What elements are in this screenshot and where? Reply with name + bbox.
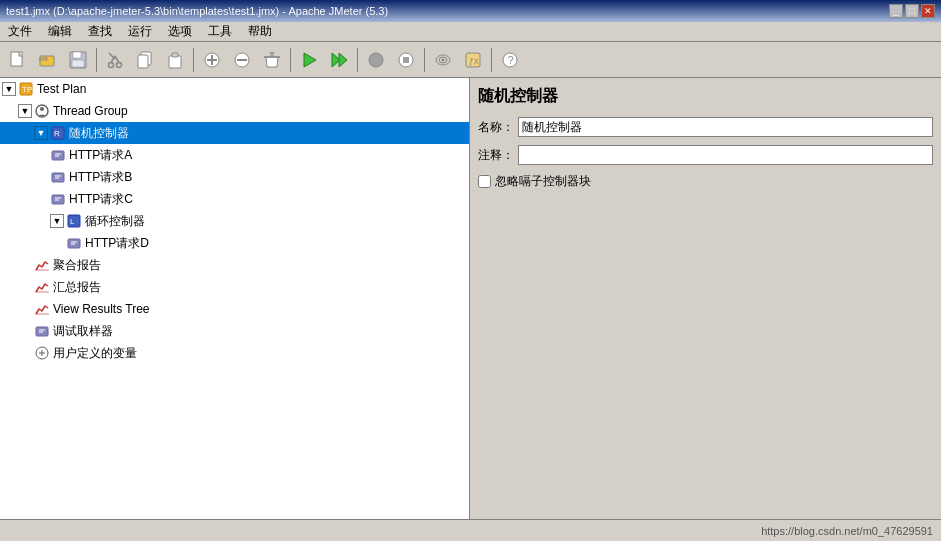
tree-item-aggregate[interactable]: 聚合报告 <box>0 254 469 276</box>
right-panel: 随机控制器 名称： 注释： 忽略嗝子控制器块 <box>470 78 941 519</box>
status-bar: https://blog.csdn.net/m0_47629591 <box>0 519 941 541</box>
svg-rect-13 <box>169 56 181 68</box>
icon-loopcontroller: L <box>66 213 82 229</box>
tree-item-loopcontroller[interactable]: ▼ L 循环控制器 <box>0 210 469 232</box>
tree-item-http-a[interactable]: HTTP请求A <box>0 144 469 166</box>
svg-text:?: ? <box>508 54 514 66</box>
icon-summary <box>34 279 50 295</box>
separator-4 <box>357 48 358 72</box>
svg-text:L: L <box>70 217 75 226</box>
svg-rect-5 <box>72 60 84 67</box>
http-d-label: HTTP请求D <box>85 235 149 252</box>
main-content: ▼ TP Test Plan ▼ Thread Group ▼ R 随机控制器 <box>0 78 941 519</box>
icon-debugsampler <box>34 323 50 339</box>
save-button[interactable] <box>64 46 92 74</box>
maximize-button[interactable]: □ <box>905 4 919 18</box>
stop-button[interactable] <box>362 46 390 74</box>
tree-item-http-d[interactable]: HTTP请求D <box>0 232 469 254</box>
name-row: 名称： <box>478 117 933 137</box>
run-no-pause-button[interactable] <box>325 46 353 74</box>
menu-tools[interactable]: 工具 <box>204 22 236 41</box>
debugsampler-label: 调试取样器 <box>53 323 113 340</box>
http-c-label: HTTP请求C <box>69 191 133 208</box>
menu-help[interactable]: 帮助 <box>244 22 276 41</box>
name-input[interactable] <box>518 117 933 137</box>
title-bar: test1.jmx (D:\apache-jmeter-5.3\bin\temp… <box>0 0 941 22</box>
svg-rect-14 <box>172 53 178 57</box>
tree-item-viewresults[interactable]: View Results Tree <box>0 298 469 320</box>
icon-http-a <box>50 147 66 163</box>
tree-item-testplan[interactable]: ▼ TP Test Plan <box>0 78 469 100</box>
copy-button[interactable] <box>131 46 159 74</box>
run-button[interactable] <box>295 46 323 74</box>
shutdown-button[interactable] <box>392 46 420 74</box>
icon-http-b <box>50 169 66 185</box>
tree-item-userdefined[interactable]: 用户定义的变量 <box>0 342 469 364</box>
toggle-testplan[interactable]: ▼ <box>2 82 16 96</box>
menu-run[interactable]: 运行 <box>124 22 156 41</box>
menu-options[interactable]: 选项 <box>164 22 196 41</box>
menu-file[interactable]: 文件 <box>4 22 36 41</box>
svg-rect-57 <box>35 291 49 293</box>
svg-marker-23 <box>304 53 316 67</box>
aggregate-label: 聚合报告 <box>53 257 101 274</box>
svg-text:TP: TP <box>22 85 32 94</box>
testplan-label: Test Plan <box>37 82 86 96</box>
name-label: 名称： <box>478 119 518 136</box>
svg-text:ƒx: ƒx <box>469 56 479 66</box>
userdefined-label: 用户定义的变量 <box>53 345 137 362</box>
tree-item-http-b[interactable]: HTTP请求B <box>0 166 469 188</box>
window-title: test1.jmx (D:\apache-jmeter-5.3\bin\temp… <box>6 5 388 17</box>
remote-start-button[interactable] <box>429 46 457 74</box>
close-button[interactable]: ✕ <box>921 4 935 18</box>
toolbar: ƒx ? <box>0 42 941 78</box>
icon-threadgroup <box>34 103 50 119</box>
tree-item-http-c[interactable]: HTTP请求C <box>0 188 469 210</box>
help-button[interactable]: ? <box>496 46 524 74</box>
function-helper-button[interactable]: ƒx <box>459 46 487 74</box>
svg-marker-25 <box>339 53 347 67</box>
paste-button[interactable] <box>161 46 189 74</box>
icon-viewresults <box>34 301 50 317</box>
svg-text:R: R <box>54 129 60 138</box>
clear-button[interactable] <box>258 46 286 74</box>
svg-point-26 <box>369 53 383 67</box>
new-button[interactable] <box>4 46 32 74</box>
status-text: https://blog.csdn.net/m0_47629591 <box>761 525 933 537</box>
icon-randomcontroller: R <box>50 125 66 141</box>
tree-panel: ▼ TP Test Plan ▼ Thread Group ▼ R 随机控制器 <box>0 78 470 519</box>
svg-point-6 <box>109 62 114 67</box>
remove-button[interactable] <box>228 46 256 74</box>
menu-find[interactable]: 查找 <box>84 22 116 41</box>
comment-input[interactable] <box>518 145 933 165</box>
svg-rect-2 <box>40 58 47 60</box>
ignore-checkbox-label: 忽略嗝子控制器块 <box>495 173 591 190</box>
menu-bar: 文件 编辑 查找 运行 选项 工具 帮助 <box>0 22 941 42</box>
svg-point-39 <box>40 107 44 111</box>
tree-item-debugsampler[interactable]: 调试取样器 <box>0 320 469 342</box>
tree-item-threadgroup[interactable]: ▼ Thread Group <box>0 100 469 122</box>
summary-label: 汇总报告 <box>53 279 101 296</box>
separator-5 <box>424 48 425 72</box>
toggle-loopcontroller[interactable]: ▼ <box>50 214 64 228</box>
tree-item-summary[interactable]: 汇总报告 <box>0 276 469 298</box>
icon-http-d <box>66 235 82 251</box>
open-button[interactable] <box>34 46 62 74</box>
icon-testplan: TP <box>18 81 34 97</box>
add-button[interactable] <box>198 46 226 74</box>
threadgroup-label: Thread Group <box>53 104 128 118</box>
svg-line-10 <box>109 53 115 59</box>
minimize-button[interactable]: _ <box>889 4 903 18</box>
tree-item-randomcontroller[interactable]: ▼ R 随机控制器 <box>0 122 469 144</box>
separator-1 <box>96 48 97 72</box>
icon-userdefined <box>34 345 50 361</box>
toggle-threadgroup[interactable]: ▼ <box>18 104 32 118</box>
separator-6 <box>491 48 492 72</box>
panel-title: 随机控制器 <box>478 86 933 107</box>
svg-rect-4 <box>73 52 81 58</box>
ignore-checkbox[interactable] <box>478 175 491 188</box>
svg-rect-12 <box>138 55 148 68</box>
menu-edit[interactable]: 编辑 <box>44 22 76 41</box>
toggle-randomcontroller[interactable]: ▼ <box>34 126 48 140</box>
cut-button[interactable] <box>101 46 129 74</box>
